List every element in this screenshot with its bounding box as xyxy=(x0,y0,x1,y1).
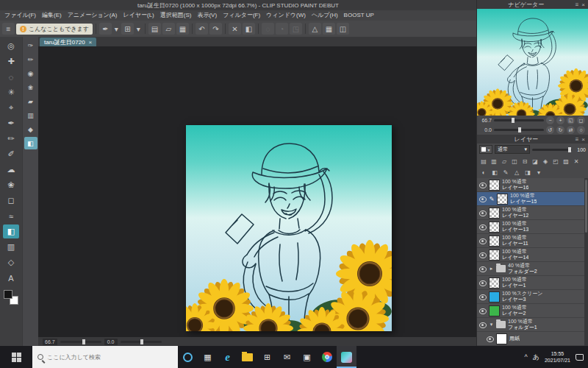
photos-button[interactable]: ▣ xyxy=(297,346,317,368)
layer-row[interactable]: 100 %通常レイヤー2 xyxy=(477,304,588,318)
delete-layer-icon[interactable]: ✕ xyxy=(572,157,581,166)
layer-thumbnail[interactable] xyxy=(496,333,507,344)
layer-thumbnail[interactable] xyxy=(489,277,500,289)
close-icon[interactable]: × xyxy=(581,1,585,8)
paper-layer-row[interactable]: 用紙 xyxy=(477,332,588,346)
rotate-right-icon[interactable]: ↻ xyxy=(556,126,564,134)
invert-selection-icon[interactable]: ◔ xyxy=(276,23,288,35)
menu-view[interactable]: 表示(V) xyxy=(194,10,220,21)
canvas[interactable] xyxy=(186,125,392,331)
save-file-icon[interactable]: ▦ xyxy=(176,23,189,35)
ruler-icon[interactable]: △ xyxy=(309,23,321,35)
pen-tool[interactable]: ✒ xyxy=(3,116,19,130)
menu-filter[interactable]: フィルター(F) xyxy=(220,10,263,21)
expand-arrow-icon[interactable]: ▸ xyxy=(489,266,494,272)
layer-row[interactable]: 100 %通常レイヤー16 xyxy=(477,178,588,192)
delete-icon[interactable]: ✕ xyxy=(229,23,241,35)
ime-indicator[interactable]: あ xyxy=(533,353,539,362)
grid-icon[interactable]: ▦ xyxy=(323,23,335,35)
visibility-icon[interactable] xyxy=(478,222,487,231)
layer-row[interactable]: 100 %スクリーンレイヤー3 xyxy=(477,290,588,304)
layer-thumbnail[interactable] xyxy=(489,236,500,247)
blend-mode-select[interactable]: 通常 ▾ xyxy=(495,145,530,154)
visibility-icon[interactable] xyxy=(478,278,487,287)
menu-boost-up[interactable]: BOOST UP xyxy=(341,10,377,21)
layer-folder-row[interactable]: ▸ 40 %通常フォルダー2 xyxy=(477,262,588,276)
layer-scrollbar[interactable] xyxy=(584,178,588,346)
clip-studio-button[interactable] xyxy=(337,346,356,368)
operation-tool[interactable]: ◎ xyxy=(3,39,19,53)
visibility-icon[interactable] xyxy=(486,334,494,343)
visibility-icon[interactable] xyxy=(478,194,487,203)
open-file-icon[interactable]: ▱ xyxy=(162,23,175,35)
selection-border-icon[interactable]: ◳ xyxy=(290,23,302,35)
visibility-icon[interactable] xyxy=(478,180,487,189)
store-button[interactable]: ⊞ xyxy=(257,346,277,368)
start-button[interactable] xyxy=(0,346,32,368)
sub-tool-8[interactable]: ◧ xyxy=(24,137,37,149)
sub-tool-3[interactable]: ◉ xyxy=(24,67,37,79)
visibility-icon[interactable] xyxy=(478,208,487,217)
new-vector-layer-icon[interactable]: ▥ xyxy=(490,157,498,166)
eyedropper-tool[interactable]: ⌖ xyxy=(3,101,19,115)
visibility-icon[interactable] xyxy=(478,292,487,301)
layer-thumbnail[interactable] xyxy=(489,305,500,316)
task-view-button[interactable]: ▦ xyxy=(198,346,218,368)
layer-thumbnail[interactable] xyxy=(489,291,500,302)
layer-thumbnail[interactable] xyxy=(489,208,500,219)
blend-tool[interactable]: ≈ xyxy=(3,209,19,223)
layer-row[interactable]: 100 %通常レイヤー14 xyxy=(477,248,588,262)
edge-button[interactable]: e xyxy=(218,346,237,368)
reference-layer-icon[interactable]: ◈ xyxy=(541,157,550,166)
new-file-icon[interactable]: ▤ xyxy=(148,23,161,35)
snap-icon[interactable]: ⊞ xyxy=(121,23,134,35)
menu-window[interactable]: ウィンドウ(W) xyxy=(263,10,309,21)
layer-row[interactable]: 100 %通常レイヤー1 xyxy=(477,276,588,290)
selection-tool[interactable]: ◌ xyxy=(3,70,19,84)
duplicate-layer-icon[interactable]: ◫ xyxy=(510,157,519,166)
document-tab[interactable]: taru誕生日0720 × xyxy=(40,38,96,46)
slider-handle[interactable] xyxy=(140,339,143,344)
ruler-frame-icon[interactable]: △ xyxy=(512,169,521,177)
flip-horizontal-icon[interactable]: ⇄ xyxy=(567,126,575,134)
menu-layer[interactable]: レイヤー(L) xyxy=(120,10,157,21)
palette-caret-icon[interactable]: ▾ xyxy=(534,169,543,177)
lock-layer-icon[interactable]: ◰ xyxy=(551,157,560,166)
explorer-button[interactable] xyxy=(237,346,257,368)
layer-thumbnail[interactable] xyxy=(489,250,500,261)
actual-size-icon[interactable]: ◻ xyxy=(577,116,585,124)
tool-caret-icon[interactable]: ▾ xyxy=(113,23,120,35)
tray-expand-icon[interactable]: ^ xyxy=(525,353,528,361)
visibility-icon[interactable] xyxy=(478,306,487,315)
navigator-thumbnail[interactable] xyxy=(477,9,588,116)
chrome-button[interactable] xyxy=(317,346,337,368)
canvas-zoom-slider[interactable] xyxy=(60,341,101,343)
two-pane-icon[interactable]: ◨ xyxy=(523,169,532,177)
layer-row[interactable]: ✎ 100 %通常レイヤー15 xyxy=(477,192,588,206)
new-folder-icon[interactable]: ▱ xyxy=(500,157,509,166)
settings-icon[interactable]: ◫ xyxy=(337,23,349,35)
merge-down-icon[interactable]: ⊟ xyxy=(520,157,529,166)
scrollbar-thumb[interactable] xyxy=(585,180,587,233)
draft-layer-icon[interactable]: ✎ xyxy=(501,169,510,177)
mail-button[interactable]: ✉ xyxy=(277,346,297,368)
sub-tool-2[interactable]: ✏ xyxy=(24,53,37,66)
decoration-tool[interactable]: ❀ xyxy=(3,178,19,192)
close-icon[interactable]: × xyxy=(89,39,93,46)
layer-row[interactable]: 100 %通常レイヤー11 xyxy=(477,234,588,248)
undo-icon[interactable]: ↶ xyxy=(196,23,208,35)
brush-tool[interactable]: ✐ xyxy=(3,147,19,161)
canvas-rotation-slider[interactable] xyxy=(121,341,162,343)
layer-color-icon[interactable]: ◧ xyxy=(490,169,499,177)
sub-tool-7[interactable]: ◆ xyxy=(24,123,37,135)
new-raster-layer-icon[interactable]: ▤ xyxy=(479,157,488,166)
search-input[interactable] xyxy=(47,354,157,361)
visibility-icon[interactable] xyxy=(478,236,487,245)
taskbar-search[interactable] xyxy=(32,346,178,368)
figure-tool[interactable]: ◇ xyxy=(3,255,19,269)
layer-mask-icon[interactable]: ◐ xyxy=(479,169,488,177)
main-color-swatch[interactable] xyxy=(4,290,12,299)
menu-edit[interactable]: 編集(E) xyxy=(39,10,65,21)
fit-to-screen-icon[interactable]: ◱ xyxy=(567,116,575,124)
slider-handle[interactable] xyxy=(518,127,521,132)
